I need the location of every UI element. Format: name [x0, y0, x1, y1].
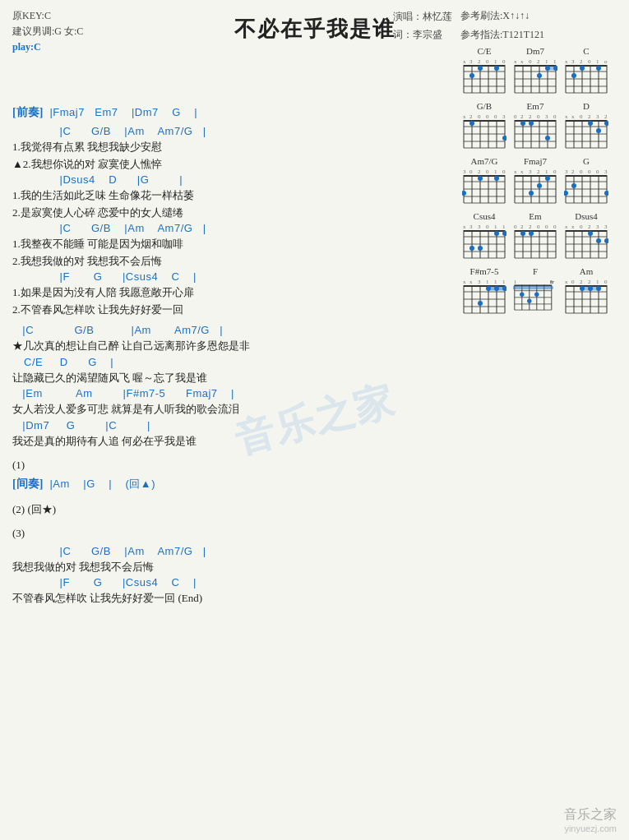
- svg-text:x: x: [469, 279, 473, 285]
- chord-fmaj7: Fmaj7 x x 3 2 1 0: [511, 156, 559, 208]
- svg-text:0: 0: [588, 168, 591, 175]
- chord-dsus4: Dsus4 x x 0 2 3 3: [562, 211, 610, 263]
- svg-text:2: 2: [604, 113, 608, 120]
- svg-text:x: x: [565, 113, 568, 120]
- lyric-3b: 2.我想我做的对 我想我不会后悔: [12, 253, 444, 270]
- svg-text:1: 1: [514, 279, 516, 284]
- original-key: 原KEY:C: [12, 8, 83, 24]
- svg-text:0: 0: [502, 58, 506, 65]
- svg-text:x: x: [520, 58, 524, 65]
- label-1: (1): [12, 457, 444, 473]
- svg-text:1: 1: [502, 279, 506, 285]
- svg-text:0: 0: [486, 224, 489, 230]
- chord-am7g-diagram: 3 0 2 0 1 0: [462, 167, 506, 205]
- chord-dm7: Dm7 x x 0 2 1 1: [511, 46, 559, 98]
- lyric-2a: 1.我的生活如此乏味 生命像花一样枯萎: [12, 187, 444, 204]
- play-key: play:C: [12, 39, 83, 55]
- svg-point-79: [502, 136, 506, 141]
- svg-point-198: [478, 246, 483, 251]
- svg-point-276: [520, 293, 524, 297]
- svg-point-58: [571, 73, 576, 78]
- svg-point-18: [478, 66, 483, 71]
- singer: 演唱：林忆莲: [393, 8, 452, 26]
- svg-point-138: [478, 176, 483, 181]
- svg-text:0: 0: [529, 58, 532, 65]
- svg-point-17: [469, 73, 474, 78]
- lyric-4b: 2.不管春风怎样吹 让我先好好爱一回: [12, 302, 444, 318]
- svg-text:1: 1: [596, 279, 599, 285]
- svg-text:x: x: [463, 224, 466, 230]
- section-3: (3) |C G/B |Am Am7/G | 我想我做的对 我想我不会后悔 |F…: [12, 525, 444, 607]
- svg-text:1: 1: [494, 58, 497, 65]
- svg-point-197: [469, 246, 474, 251]
- jian-zou-chords: |Am |G | (回▲): [46, 477, 155, 492]
- chord-6: C/E D G |: [12, 356, 444, 368]
- lyric-1a: 1.我觉得有点累 我想我缺少安慰: [12, 139, 444, 155]
- svg-point-260: [494, 286, 499, 291]
- svg-rect-166: [566, 175, 607, 177]
- svg-text:x: x: [565, 224, 568, 230]
- svg-text:3: 3: [596, 113, 599, 120]
- svg-point-277: [527, 299, 531, 303]
- chord-4: |F G |Csus4 C |: [12, 270, 444, 283]
- svg-text:2: 2: [520, 224, 524, 230]
- svg-text:2: 2: [537, 168, 540, 175]
- chord-2: |Dsus4 D |G |: [12, 173, 444, 186]
- svg-point-257: [478, 301, 483, 306]
- svg-text:1: 1: [545, 58, 548, 65]
- svg-text:x: x: [571, 113, 575, 120]
- chord-em-diagram: 0 2 2 0 0 0: [513, 222, 557, 260]
- lyric-2b: 2.是寂寞使人心碎 恋爱中的女人缱绻: [12, 205, 444, 221]
- chord-8: |Dm7 G |C |: [12, 419, 444, 432]
- chord-g-diagram: 3 2 0 0 0 3: [564, 167, 608, 205]
- svg-text:0: 0: [596, 168, 599, 175]
- chord-g: G 3 2 0 0 0 3: [562, 156, 610, 208]
- chord-fmaj7-diagram: x x 3 2 1 0: [513, 167, 557, 205]
- lyric-1b: ▲2.我想你说的对 寂寞使人憔悴: [12, 156, 444, 173]
- label-2: (2) (回★): [12, 501, 444, 518]
- lyric-5: ★几次真的想让自己醉 让自己远离那许多恩怨是非: [12, 338, 444, 354]
- svg-text:3: 3: [469, 58, 473, 65]
- verse-block-1: |C G/B |Am Am7/G | 1.我觉得有点累 我想我缺少安慰 ▲2.我…: [12, 125, 444, 317]
- svg-text:0: 0: [478, 113, 481, 120]
- svg-text:2: 2: [537, 58, 540, 65]
- svg-point-19: [494, 66, 499, 71]
- svg-point-158: [537, 183, 542, 188]
- chord-gb: G/B x 2 0 0 0 3: [460, 101, 508, 153]
- svg-text:0: 0: [580, 224, 583, 230]
- chord-csus4-diagram: x 3 3 0 1 1: [462, 222, 506, 260]
- lyric-4a: 1.如果是因为没有人陪 我愿意敞开心扉: [12, 284, 444, 301]
- svg-text:2: 2: [529, 113, 532, 120]
- svg-text:2: 2: [571, 168, 575, 175]
- svg-point-218: [520, 231, 525, 236]
- chord-am-diagram: x 0 2 2 1 0: [564, 277, 608, 315]
- svg-text:0: 0: [571, 279, 575, 285]
- svg-point-238: [596, 238, 601, 243]
- svg-text:x: x: [463, 58, 466, 65]
- intro-chords: |Fmaj7 Em7 |Dm7 G |: [46, 106, 197, 118]
- chord-9: |C G/B |Am Am7/G |: [12, 545, 444, 557]
- chord-grid: C/E x 3 2 0 1 0: [460, 46, 625, 318]
- label-3: (3): [12, 525, 444, 542]
- svg-text:3: 3: [604, 224, 608, 230]
- svg-text:3: 3: [596, 224, 599, 230]
- chord-am7g: Am7/G 3 0 2 0 1 0: [460, 156, 508, 208]
- chord-5: |C G/B |Am Am7/G |: [12, 324, 444, 336]
- svg-text:1: 1: [596, 58, 599, 65]
- lyric-7: 女人若没人爱多可悲 就算是有人听我的歌会流泪: [12, 401, 444, 418]
- svg-text:2: 2: [588, 279, 591, 285]
- ref-fingering: 参考指法:T121T121: [460, 27, 625, 43]
- chord-csus4: Csus4 x 3 3 0 1 1: [460, 211, 508, 263]
- svg-text:0: 0: [580, 113, 583, 120]
- svg-point-99: [545, 136, 550, 141]
- svg-text:x: x: [520, 168, 524, 175]
- section-2: (2) (回★): [12, 501, 444, 518]
- lyric-10: 不管春风怎样吹 让我先好好爱一回 (End): [12, 590, 444, 607]
- svg-text:3: 3: [463, 168, 466, 175]
- svg-text:3: 3: [469, 224, 473, 230]
- svg-point-117: [588, 121, 593, 126]
- svg-text:x: x: [463, 113, 466, 120]
- svg-rect-186: [464, 230, 505, 232]
- lyric-3a: 1.我整夜不能睡 可能是因为烟和咖啡: [12, 236, 444, 252]
- jian-zou-tag: [间奏]: [12, 477, 43, 492]
